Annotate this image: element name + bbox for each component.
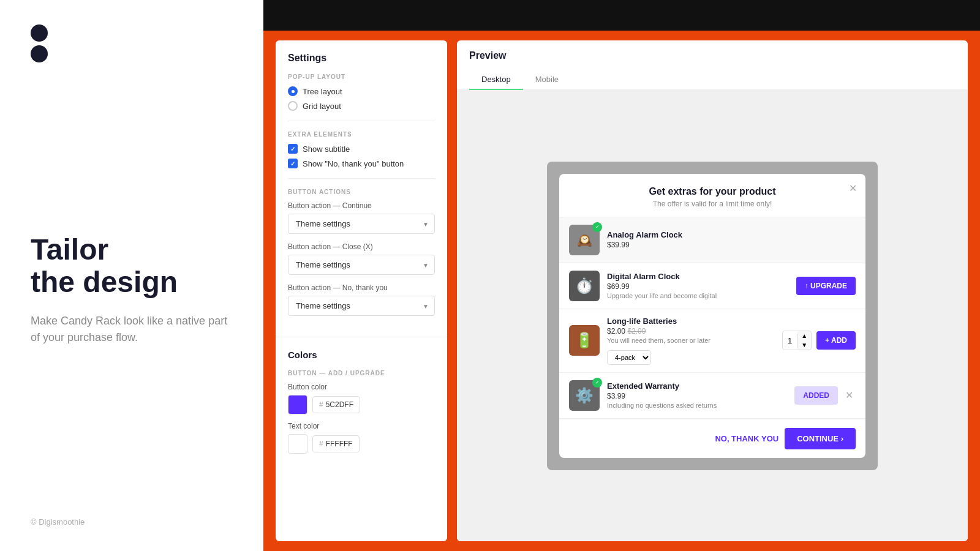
button-add-upgrade-label: BUTTON — ADD / UPGRADE [288, 370, 435, 377]
qty-input-wrap: 1 ▲ ▼ [782, 331, 812, 350]
button-continue-select[interactable]: Theme settings [288, 214, 435, 234]
digital-product-name: Digital Alarm Clock [607, 272, 789, 281]
button-continue-select-wrapper: Theme settings ▼ [288, 214, 435, 234]
button-nothanks-select-wrapper: Theme settings ▼ [288, 296, 435, 316]
text-color-label: Text color [288, 422, 435, 430]
preview-body: Get extras for your product The offer is… [457, 90, 968, 541]
checkbox-subtitle-box [288, 144, 298, 154]
radio-grid-circle [288, 101, 298, 111]
radio-tree-layout[interactable]: Tree layout [288, 86, 435, 96]
modal-close-icon[interactable]: ✕ [849, 182, 857, 194]
modal-footer: NO, THANK YOU CONTINUE › [559, 419, 865, 458]
product-row-batteries: 🔋 Long-life Batteries $2.00 $2.00 You wi… [559, 309, 865, 373]
button-color-swatch[interactable] [288, 395, 307, 414]
modal-subheading: The offer is valid for a limit time only… [571, 200, 853, 208]
battery-product-info: Long-life Batteries $2.00 $2.00 You will… [607, 317, 775, 365]
no-thanks-button[interactable]: NO, THANK YOU [715, 434, 778, 443]
tab-mobile[interactable]: Mobile [523, 70, 571, 90]
main-content: Settings POP-UP LAYOUT Tree layout Grid … [263, 31, 980, 551]
main-product-name: Analog Alarm Clock [607, 230, 856, 239]
continue-button[interactable]: CONTINUE › [785, 428, 856, 449]
warranty-product-name: Extended Warranty [607, 381, 787, 391]
warranty-product-info: Extended Warranty $3.99 Including no que… [607, 381, 787, 409]
button-color-label: Button color [288, 383, 435, 391]
checkbox-nothanks-label: Show "No, thank you" button [303, 159, 404, 168]
button-close-select-wrapper: Theme settings ▼ [288, 255, 435, 275]
text-color-swatch[interactable] [288, 434, 307, 454]
logo-dot-bottom [31, 45, 48, 62]
modal-background: Get extras for your product The offer is… [547, 162, 878, 470]
left-panel: Tailor the design Make Candy Rack look l… [0, 0, 263, 551]
radio-grid-layout[interactable]: Grid layout [288, 101, 435, 111]
main-product-info: Analog Alarm Clock $39.99 [607, 230, 856, 249]
extra-checkbox-group: Show subtitle Show "No, thank you" butto… [288, 144, 435, 168]
button-color-input[interactable]: # 5C2DFF [312, 396, 360, 413]
digital-product-image: ⏱️ [569, 271, 600, 301]
qty-down-button[interactable]: ▼ [797, 340, 811, 350]
checkbox-subtitle[interactable]: Show subtitle [288, 144, 435, 154]
upgrade-button[interactable]: ↑ UPGRADE [796, 277, 856, 295]
heading: Tailor the design [31, 234, 233, 299]
button-section-label: BUTTON ACTIONS [288, 189, 435, 195]
product-row-main: 🕰️ ✓ Analog Alarm Clock $39.99 [559, 217, 865, 263]
pack-select[interactable]: 4-pack [607, 350, 651, 365]
add-button[interactable]: + ADD [816, 331, 856, 350]
button-nothanks-select[interactable]: Theme settings [288, 296, 435, 316]
button-color-row: # 5C2DFF [288, 395, 435, 414]
warranty-remove-button[interactable]: ✕ [843, 389, 856, 401]
button-continue-label: Button action — Continue [288, 201, 435, 210]
battery-product-price: $2.00 $2.00 [607, 327, 775, 335]
modal-heading: Get extras for your product [571, 186, 853, 197]
modal-header: Get extras for your product The offer is… [559, 174, 865, 217]
logo [31, 24, 233, 62]
preview-tabs: Desktop Mobile [469, 70, 956, 89]
extra-section-label: EXTRA ELEMENTS [288, 131, 435, 138]
digital-product-desc: Upgrade your life and become digital [607, 292, 789, 299]
main-product-img-wrap: 🕰️ ✓ [569, 225, 600, 255]
radio-grid-label: Grid layout [303, 102, 341, 111]
settings-panel: Settings POP-UP LAYOUT Tree layout Grid … [276, 40, 447, 541]
layout-radio-group: Tree layout Grid layout [288, 86, 435, 111]
button-close-label: Button action — Close (X) [288, 242, 435, 251]
main-product-check-badge: ✓ [592, 222, 602, 232]
digital-product-actions: ↑ UPGRADE [796, 277, 856, 295]
text-color-row: # FFFFFF [288, 434, 435, 454]
logo-dot-top [31, 24, 48, 42]
checkbox-nothanks[interactable]: Show "No, thank you" button [288, 159, 435, 168]
colors-title: Colors [288, 350, 435, 360]
left-content: Tailor the design Make Candy Rack look l… [31, 234, 233, 347]
color-hash-icon2: # [319, 440, 323, 448]
checkbox-subtitle-label: Show subtitle [303, 144, 350, 154]
battery-product-desc: You will need them, sooner or later [607, 337, 775, 344]
warranty-product-price: $3.99 [607, 392, 787, 400]
color-hash-icon: # [319, 400, 323, 409]
digital-product-info: Digital Alarm Clock $69.99 Upgrade your … [607, 272, 789, 299]
settings-title: Settings [288, 53, 435, 64]
preview-header: Preview Desktop Mobile [457, 40, 968, 90]
tab-desktop[interactable]: Desktop [469, 70, 523, 90]
warranty-check-badge: ✓ [592, 378, 602, 388]
top-bar [263, 0, 980, 31]
preview-panel: Preview Desktop Mobile Get extras for yo… [457, 40, 968, 541]
button-close-select[interactable]: Theme settings [288, 255, 435, 275]
button-color-hex: 5C2DFF [326, 400, 353, 409]
battery-product-actions: 1 ▲ ▼ + ADD [782, 331, 856, 350]
colors-section: Colors BUTTON — ADD / UPGRADE Button col… [276, 337, 447, 473]
main-product-price: $39.99 [607, 241, 856, 249]
button-nothanks-label: Button action — No, thank you [288, 283, 435, 292]
layout-section-label: POP-UP LAYOUT [288, 73, 435, 80]
warranty-product-img-wrap: ⚙️ ✓ [569, 380, 600, 411]
right-panel: Settings POP-UP LAYOUT Tree layout Grid … [263, 0, 980, 551]
text-color-input[interactable]: # FFFFFF [312, 435, 360, 452]
battery-product-image: 🔋 [569, 325, 600, 356]
product-row-digital: ⏱️ Digital Alarm Clock $69.99 Upgrade yo… [559, 263, 865, 309]
warranty-product-desc: Including no questions asked returns [607, 402, 787, 409]
added-button[interactable]: ADDED [794, 386, 838, 405]
modal-box: Get extras for your product The offer is… [559, 174, 865, 458]
preview-title: Preview [469, 50, 956, 61]
radio-tree-label: Tree layout [303, 87, 342, 96]
radio-tree-circle [288, 86, 298, 96]
battery-product-name: Long-life Batteries [607, 317, 775, 326]
copyright: © Digismoothie [31, 517, 233, 527]
qty-up-button[interactable]: ▲ [797, 331, 811, 340]
